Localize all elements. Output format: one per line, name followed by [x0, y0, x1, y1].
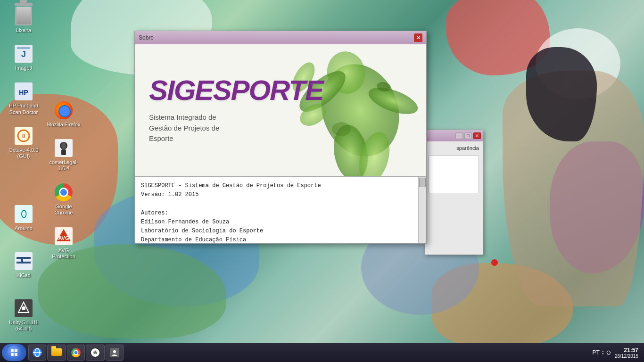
desktop-icon-octave[interactable]: 8 Octave-4.0.0 (GUI) [5, 124, 42, 161]
octave-icon: 8 [14, 126, 33, 145]
dialog-sobre: Sobre ✕ [134, 31, 427, 244]
kicad-icon [14, 252, 33, 271]
desktop-icons-column2: Mozilla Firefox comerLegal-1.6.4 Google … [45, 5, 83, 262]
svg-rect-19 [17, 257, 31, 259]
secondary-close-button[interactable]: ✕ [473, 132, 481, 139]
desktop-icon-lixeira[interactable]: Lixeira [5, 5, 42, 35]
taskbar-language[interactable]: PT ▲ ▼ [593, 349, 611, 356]
svg-point-23 [22, 306, 25, 310]
secondary-titlebar: – □ ✕ [425, 130, 483, 141]
logo-text-area: SIGESPORTE Sistema Integrado de Gestão d… [144, 72, 328, 149]
taskbar-item-other[interactable] [106, 345, 124, 361]
desktop-icon-firefox[interactable]: Mozilla Firefox [45, 99, 83, 130]
hp-label: HP Print and Scan Doctor [7, 103, 41, 115]
dialog-info-content[interactable]: SIGESPORTE - Sistema de Gestão de Projet… [135, 177, 426, 243]
taskbar-item-explorer[interactable] [47, 345, 66, 361]
svg-rect-11 [61, 149, 66, 155]
taskbar-right: PT ▲ ▼ 21:57 26/12/2015 [593, 347, 642, 359]
taskbar-chrome-icon [71, 348, 81, 357]
secondary-body: sparência [425, 141, 483, 255]
lang-arrows-icon: ▲ ▼ [601, 350, 605, 355]
taskbar-item-soccer[interactable] [86, 345, 105, 361]
info-line-1: SIGESPORTE - Sistema de Gestão de Projet… [141, 181, 420, 190]
info-line-4: Autores: [141, 209, 420, 218]
start-button[interactable] [2, 344, 26, 361]
svg-text:8: 8 [22, 133, 25, 140]
kicad-label: KiCad [17, 272, 31, 279]
app-subtitle: Sistema Integrado de Gestão de Projetos … [149, 112, 323, 144]
chrome-icon [54, 183, 73, 202]
unity-icon [14, 299, 33, 318]
start-orb [7, 346, 21, 360]
secondary-minimize-button[interactable]: – [455, 132, 463, 139]
scrollbar-thumb[interactable] [419, 178, 426, 187]
avg-icon: AVG [54, 227, 73, 246]
folder-icon [51, 348, 62, 357]
dialog-scrollbar[interactable] [418, 177, 426, 243]
svg-point-43 [113, 350, 116, 353]
desktop-icon-kicad[interactable]: KiCad [5, 250, 42, 280]
taskbar-item-chrome[interactable] [67, 345, 85, 361]
desktop: Lixeira J ImageJ HP HP Print and Scan D [0, 0, 644, 362]
svg-rect-36 [11, 353, 14, 356]
info-line-7: Departamento de Educação Física [141, 236, 420, 243]
secondary-maximize-button[interactable]: □ [464, 132, 472, 139]
comerlegal-icon [54, 139, 73, 157]
lang-globe-icon [606, 350, 611, 355]
info-line-3 [141, 199, 420, 208]
desktop-icon-hp[interactable]: HP HP Print and Scan Doctor [5, 80, 42, 117]
desktop-icon-imagej[interactable]: J ImageJ [5, 42, 42, 73]
taskbar-items [28, 345, 593, 361]
soccer-icon [90, 347, 100, 358]
svg-text:⬯: ⬯ [21, 208, 27, 219]
other-icon [110, 348, 119, 357]
window-secondary: – □ ✕ sparência [424, 130, 483, 255]
lixeira-label: Lixeira [16, 27, 31, 33]
svg-rect-34 [11, 349, 14, 352]
svg-rect-20 [21, 257, 23, 263]
app-title: SIGESPORTE [149, 76, 323, 105]
svg-rect-35 [15, 349, 17, 352]
taskbar-date: 26/12/2015 [615, 354, 638, 359]
desktop-icon-arduino[interactable]: ⬯ Arduino [5, 203, 42, 233]
imagej-icon: J [14, 44, 33, 63]
chrome-label: Google Chrome [47, 204, 81, 216]
dialog-info-area: SIGESPORTE - Sistema de Gestão de Projet… [135, 176, 426, 243]
arduino-icon: ⬯ [14, 205, 33, 223]
octave-label: Octave-4.0.0 (GUI) [7, 147, 41, 159]
taskbar-item-ie[interactable] [28, 345, 46, 361]
desktop-icons-col4: KiCad [5, 250, 42, 280]
desktop-icon-comerlegal[interactable]: comerLegal-1.6.4 [45, 137, 83, 173]
trash-icon [14, 7, 33, 25]
svg-rect-18 [17, 262, 31, 263]
desktop-icon-avg[interactable]: AVG AVG Protection [45, 225, 83, 262]
avg-label: AVG Protection [47, 247, 81, 260]
secondary-label: sparência [429, 145, 479, 151]
info-line-6: Laboratório de Sociologia do Esporte [141, 227, 420, 236]
svg-text:AVG: AVG [58, 235, 69, 241]
svg-point-10 [61, 142, 66, 149]
desktop-icon-chrome[interactable]: Google Chrome [45, 181, 83, 218]
firefox-label: Mozilla Firefox [47, 122, 81, 128]
svg-point-33 [332, 122, 351, 136]
arduino-label: Arduino [15, 225, 33, 231]
info-line-2: Versão: 1.02 2015 [141, 190, 420, 199]
info-line-5: Edilson Fernandes de Souza [141, 218, 420, 227]
svg-text:▼: ▼ [602, 352, 604, 355]
dialog-logo-area: SIGESPORTE Sistema Integrado de Gestão d… [135, 44, 426, 176]
imagej-label: ImageJ [15, 65, 32, 71]
desktop-icons-col5: Unity 5.1.1f1(64-bit) [5, 297, 42, 334]
taskbar-clock: 21:57 26/12/2015 [615, 347, 638, 359]
svg-rect-37 [15, 353, 17, 356]
taskbar-time: 21:57 [615, 347, 638, 354]
desktop-icon-unity[interactable]: Unity 5.1.1f1(64-bit) [5, 297, 42, 334]
hp-icon: HP [14, 82, 33, 101]
svg-text:J: J [21, 49, 26, 59]
dialog-titlebar: Sobre ✕ [135, 31, 426, 44]
svg-marker-41 [93, 350, 98, 354]
desktop-icons-column: Lixeira J ImageJ HP HP Print and Scan D [5, 5, 42, 161]
firefox-icon [54, 101, 73, 120]
secondary-content-box [429, 156, 479, 193]
comerlegal-label: comerLegal-1.6.4 [47, 159, 81, 172]
dialog-close-button[interactable]: ✕ [414, 33, 422, 42]
